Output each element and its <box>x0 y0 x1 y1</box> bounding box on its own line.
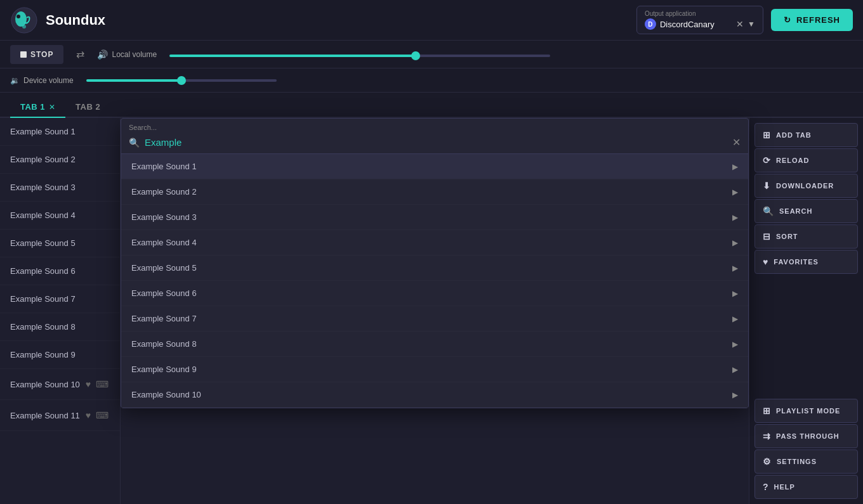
play-button[interactable]: ▶ <box>732 188 738 197</box>
search-result-name: Example Sound 6 <box>131 288 197 298</box>
play-button[interactable]: ▶ <box>732 264 738 273</box>
play-button[interactable]: ▶ <box>732 314 738 323</box>
downloader-button[interactable]: ⬇ DOWNLOADER <box>754 174 858 198</box>
sound-list-item-name: Example Sound 7 <box>10 294 110 304</box>
play-button[interactable]: ▶ <box>732 238 738 247</box>
sound-list-item-name: Example Sound 11 <box>10 411 84 420</box>
favorites-button[interactable]: ♥ FAVORITES <box>754 250 858 274</box>
right-sidebar: ⊞ ADD TAB ⟳ RELOAD ⬇ DOWNLOADER 🔍 SEARCH… <box>749 118 863 504</box>
playlist-mode-button[interactable]: ⊞ PLAYLIST MODE <box>754 399 858 423</box>
settings-label: SETTINGS <box>777 458 817 465</box>
search-btn-icon: 🔍 <box>763 206 774 216</box>
play-button[interactable]: ▶ <box>732 391 738 399</box>
output-app-value: D DiscordCanary ✕ ▼ <box>645 18 755 30</box>
app-logo <box>10 6 38 34</box>
output-app-close-button[interactable]: ✕ <box>736 19 744 29</box>
device-volume-text: Device volume <box>23 76 74 85</box>
reload-button[interactable]: ⟳ RELOAD <box>754 148 858 172</box>
sound-list-item-name: Example Sound 3 <box>10 183 110 192</box>
sound-list-item[interactable]: Example Sound 5 <box>0 229 120 257</box>
search-results: Example Sound 1▶Example Sound 2▶Example … <box>121 154 748 408</box>
sound-list-item-name: Example Sound 5 <box>10 238 110 248</box>
volume-icon: 🔊 <box>97 49 108 60</box>
search-result-item[interactable]: Example Sound 6▶ <box>121 281 748 306</box>
search-clear-button[interactable]: ✕ <box>732 136 741 148</box>
refresh-icon: ↻ <box>784 15 791 25</box>
pass-through-button[interactable]: ⇉ PASS THROUGH <box>754 424 858 448</box>
search-result-item[interactable]: Example Sound 8▶ <box>121 332 748 357</box>
tab-2[interactable]: TAB 2 <box>65 97 110 118</box>
sound-list-item[interactable]: Example Sound 1 <box>0 118 120 146</box>
search-result-name: Example Sound 10 <box>131 390 201 399</box>
sound-list-item[interactable]: Example Sound 11♥⌨ <box>0 400 120 431</box>
search-result-item[interactable]: Example Sound 1▶ <box>121 154 748 179</box>
keybind-button[interactable]: ⌨ <box>95 378 110 391</box>
keybind-button[interactable]: ⌨ <box>95 409 110 422</box>
refresh-button[interactable]: ↻ REFRESH <box>771 9 853 31</box>
search-result-item[interactable]: Example Sound 5▶ <box>121 255 748 281</box>
sound-list-item[interactable]: Example Sound 4 <box>0 202 120 229</box>
reload-icon: ⟳ <box>763 155 771 165</box>
search-input[interactable] <box>145 137 727 148</box>
search-result-item[interactable]: Example Sound 2▶ <box>121 179 748 205</box>
search-btn-label: SEARCH <box>779 207 812 215</box>
search-result-name: Example Sound 3 <box>131 212 197 222</box>
output-app-label: Output application <box>645 10 696 17</box>
sound-list-item-actions: ♥⌨ <box>84 378 110 391</box>
search-result-item[interactable]: Example Sound 4▶ <box>121 230 748 255</box>
help-button[interactable]: ? HELP <box>754 475 858 499</box>
stop-button[interactable]: STOP <box>10 45 63 64</box>
sound-list-item-name: Example Sound 9 <box>10 350 110 359</box>
sidebar-spacer <box>754 275 858 397</box>
reload-label: RELOAD <box>776 157 809 164</box>
sound-list-item[interactable]: Example Sound 8 <box>0 313 120 341</box>
sort-button[interactable]: ⊟ SORT <box>754 224 858 249</box>
sound-list-item-name: Example Sound 8 <box>10 322 110 332</box>
search-result-name: Example Sound 1 <box>131 162 197 171</box>
sound-list-item-name: Example Sound 2 <box>10 155 110 164</box>
search-result-item[interactable]: Example Sound 3▶ <box>121 205 748 230</box>
play-button[interactable]: ▶ <box>732 289 738 298</box>
favorite-button[interactable]: ♥ <box>84 378 92 391</box>
main-content: Search... 🔍 ✕ Example Sound 1▶Example So… <box>121 118 749 504</box>
add-tab-button[interactable]: ⊞ ADD TAB <box>754 123 858 147</box>
sound-list-item[interactable]: Example Sound 7 <box>0 285 120 313</box>
favorites-icon: ♥ <box>763 257 768 267</box>
svg-point-1 <box>15 11 27 27</box>
local-volume-slider[interactable] <box>169 55 550 57</box>
local-volume-label: 🔊 Local volume <box>97 49 157 60</box>
play-button[interactable]: ▶ <box>732 365 738 374</box>
stop-icon <box>20 51 27 58</box>
search-result-name: Example Sound 5 <box>131 263 197 273</box>
stop-label: STOP <box>30 50 53 59</box>
help-label: HELP <box>774 483 795 491</box>
tab-1[interactable]: TAB 1 ✕ <box>10 97 65 118</box>
header-right: Output application D DiscordCanary ✕ ▼ ↻… <box>636 6 853 34</box>
sound-list-item[interactable]: Example Sound 3 <box>0 174 120 202</box>
search-button[interactable]: 🔍 SEARCH <box>754 199 858 223</box>
settings-button[interactable]: ⚙ SETTINGS <box>754 449 858 474</box>
search-result-item[interactable]: Example Sound 9▶ <box>121 357 748 382</box>
favorite-button[interactable]: ♥ <box>84 409 92 422</box>
sound-list-item-name: Example Sound 10 <box>10 380 84 389</box>
sound-list-item[interactable]: Example Sound 2 <box>0 146 120 174</box>
search-result-item[interactable]: Example Sound 7▶ <box>121 306 748 332</box>
play-button[interactable]: ▶ <box>732 340 738 349</box>
search-result-name: Example Sound 2 <box>131 187 197 197</box>
sound-list-item[interactable]: Example Sound 6 <box>0 257 120 285</box>
play-button[interactable]: ▶ <box>732 162 738 171</box>
loop-button[interactable]: ⇄ <box>76 48 84 60</box>
search-input-row: 🔍 ✕ <box>121 134 748 154</box>
play-button[interactable]: ▶ <box>732 213 738 222</box>
sound-list-item-actions: ♥⌨ <box>84 409 110 422</box>
sound-list-item[interactable]: Example Sound 10♥⌨ <box>0 369 120 400</box>
help-icon: ? <box>763 482 769 492</box>
device-volume-slider[interactable] <box>86 79 277 82</box>
local-volume-slider-container <box>169 49 550 59</box>
sound-list-item[interactable]: Example Sound 9 <box>0 341 120 369</box>
tab-1-close-button[interactable]: ✕ <box>49 103 55 111</box>
tabs-bar: TAB 1 ✕ TAB 2 <box>0 93 863 118</box>
playlist-mode-icon: ⊞ <box>763 406 771 416</box>
output-app-dropdown-button[interactable]: ▼ <box>748 20 755 29</box>
search-result-item[interactable]: Example Sound 10▶ <box>121 382 748 408</box>
